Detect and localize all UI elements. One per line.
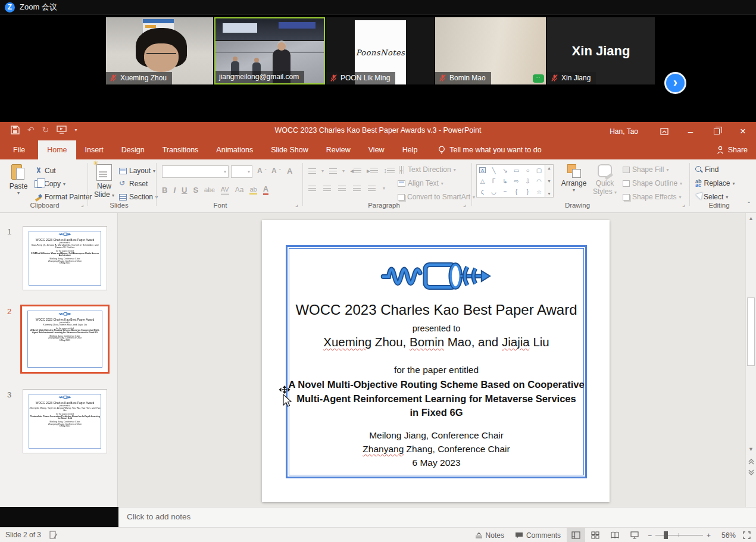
quick-styles-button[interactable]: Quick Styles ▾ <box>591 164 619 196</box>
arrange-button[interactable]: Arrange ▾ <box>558 164 589 193</box>
strike-abc-button[interactable]: abc <box>204 186 215 193</box>
spell-check-icon[interactable] <box>49 531 58 539</box>
shape-rectangle[interactable]: ▭ <box>514 167 519 174</box>
shape-star[interactable]: ☆ <box>536 189 542 195</box>
shape-triangle[interactable]: △ <box>480 178 485 184</box>
shape-right-brace[interactable]: } <box>527 189 529 195</box>
shape-freeform[interactable]: ~ <box>504 189 507 195</box>
shape-arc[interactable]: ◠ <box>536 178 542 184</box>
minimize-button[interactable]: – <box>677 122 704 140</box>
tab-home[interactable]: Home <box>38 140 76 159</box>
clear-formatting-button[interactable]: A <box>287 167 292 176</box>
tab-view[interactable]: View <box>360 140 393 159</box>
notes-pane[interactable]: Click to add notes <box>118 507 756 527</box>
cut-button[interactable]: Cut <box>35 167 56 175</box>
slide-chair-1[interactable]: Meilong Jiang, Conference Chair <box>288 430 585 441</box>
shape-line[interactable]: ╲ <box>492 167 495 174</box>
text-box-shape[interactable]: A <box>479 167 486 173</box>
shape-oval[interactable]: ○ <box>526 167 529 174</box>
italic-button[interactable]: I <box>173 186 176 195</box>
slide-authors[interactable]: Xueming Zhou, Bomin Mao, and Jiajia Liu <box>288 335 585 349</box>
paste-button[interactable]: Paste ▾ <box>6 164 31 196</box>
notes-toggle-button[interactable]: Notes <box>470 528 509 542</box>
slide-sorter-view-button[interactable] <box>586 528 605 542</box>
previous-slide-button[interactable] <box>748 458 755 465</box>
tab-insert[interactable]: Insert <box>76 140 113 159</box>
tell-me-box[interactable]: Tell me what you want to do <box>438 140 541 159</box>
participant-tile-jiangmeilong[interactable]: jiangmeilong@gmail.com <box>214 17 325 84</box>
replace-button[interactable]: abacReplace ▾ <box>695 179 735 187</box>
more-shapes-icon[interactable]: ▼ <box>547 192 551 196</box>
new-slide-button[interactable]: New Slide ▾ <box>91 164 117 199</box>
select-button[interactable]: Select ▾ <box>695 193 728 201</box>
line-spacing-button[interactable]: ↕ <box>383 167 395 175</box>
slide-indicator[interactable]: Slide 2 of 3 <box>5 531 41 539</box>
underline-button[interactable]: U <box>182 186 187 195</box>
decrease-indent-button[interactable]: ◂ <box>350 167 361 175</box>
scroll-down-arrow[interactable]: ▼ <box>746 446 756 452</box>
convert-smartart-button[interactable]: Convert to SmartArt ▾ <box>398 193 475 201</box>
comments-toggle-button[interactable]: Comments <box>510 528 566 542</box>
scrollbar-thumb[interactable] <box>747 297 755 366</box>
slide-thumbnail-1[interactable]: WOCC 2023 Charles Kao Best Paper Award p… <box>23 226 107 290</box>
shape-outline-button[interactable]: Shape Outline ▾ <box>623 179 682 187</box>
shape-elbow-arrow[interactable]: ↳ <box>502 178 507 184</box>
shape-rounded-rectangle[interactable]: ▢ <box>536 167 542 174</box>
restore-button[interactable] <box>704 122 730 140</box>
slide-border-frame[interactable]: WOCC 2023 Charles Kao Best Paper Award p… <box>286 245 587 478</box>
tab-file[interactable]: File <box>0 140 38 159</box>
tab-slide-show[interactable]: Slide Show <box>262 140 317 159</box>
shape-effects-button[interactable]: Shape Effects ▾ <box>623 193 682 201</box>
normal-view-button[interactable] <box>567 528 585 542</box>
bullets-button[interactable] <box>308 168 316 174</box>
slide-paper-title[interactable]: A Novel Multi-Objective Routing Scheme B… <box>288 378 585 420</box>
slide-chair-2[interactable]: Zhanyang Zhang, Conference Chair <box>288 444 585 455</box>
font-color-button[interactable]: A <box>263 184 268 195</box>
font-name-combobox[interactable]: ▾ <box>162 165 229 178</box>
find-button[interactable]: Find <box>695 165 718 174</box>
justify-button[interactable] <box>353 186 361 191</box>
tab-help[interactable]: Help <box>393 140 427 159</box>
tab-design[interactable]: Design <box>113 140 154 159</box>
drawing-dialog-launcher[interactable]: ⌟ <box>682 201 685 208</box>
shape-arrow[interactable]: ↘ <box>502 167 507 174</box>
align-right-button[interactable] <box>338 186 346 191</box>
next-slide-button[interactable] <box>748 469 755 476</box>
align-center-button[interactable] <box>323 186 331 191</box>
shapes-gallery-scroll[interactable]: ▲ ▼ ▼ <box>545 164 554 198</box>
slide-page[interactable]: WOCC 2023 Charles Kao Best Paper Award p… <box>262 220 610 502</box>
shape-scribble[interactable]: ς <box>481 189 484 195</box>
scroll-down-icon[interactable]: ▼ <box>547 179 551 183</box>
layout-button[interactable]: Layout ▾ <box>119 167 155 175</box>
slide-date[interactable]: 6 May 2023 <box>288 458 585 468</box>
change-case-button[interactable]: Aa <box>235 186 244 194</box>
shape-elbow[interactable]: Γ <box>492 178 496 184</box>
collapse-ribbon-button[interactable]: ˆ <box>748 201 750 208</box>
tab-animations[interactable]: Animations <box>207 140 262 159</box>
bold-button[interactable]: B <box>162 186 167 195</box>
close-button[interactable]: × <box>730 122 756 140</box>
fit-slide-to-window-button[interactable] <box>739 528 754 542</box>
slide-title[interactable]: WOCC 2023 Charles Kao Best Paper Award <box>288 302 585 318</box>
zoom-slider[interactable] <box>655 528 703 542</box>
tab-review[interactable]: Review <box>317 140 360 159</box>
section-button[interactable]: Section ▾ <box>119 193 158 201</box>
shape-curve[interactable]: ◡ <box>491 189 496 195</box>
participant-tile-xin-jiang[interactable]: Xin Jiang Xin Jiang <box>547 17 655 84</box>
grow-font-button[interactable]: Aˆ <box>257 167 266 175</box>
slide-thumbnail-3[interactable]: WOCC 2023 Charles Kao Best Paper Award p… <box>23 389 107 453</box>
scroll-up-arrow[interactable]: ▲ <box>746 215 756 221</box>
ribbon-display-options-button[interactable] <box>651 122 677 140</box>
notes-placeholder[interactable]: Click to add notes <box>127 512 190 521</box>
reading-view-button[interactable] <box>606 528 624 542</box>
next-participants-button[interactable]: › <box>664 72 686 94</box>
participant-tile-xueming-zhou[interactable]: Xueming Zhou <box>106 17 213 84</box>
zoom-slider-thumb[interactable] <box>664 531 668 539</box>
zoom-out-button[interactable]: − <box>645 528 654 542</box>
font-size-combobox[interactable]: ▾ <box>231 165 252 178</box>
participant-tile-bomin-mao[interactable]: ·· Bomin Mao <box>435 17 546 84</box>
shape-left-brace[interactable]: { <box>516 189 517 195</box>
share-button[interactable]: Share <box>717 140 748 159</box>
font-dialog-launcher[interactable]: ⌟ <box>295 201 298 208</box>
align-text-button[interactable]: Align Text ▾ <box>398 179 443 187</box>
